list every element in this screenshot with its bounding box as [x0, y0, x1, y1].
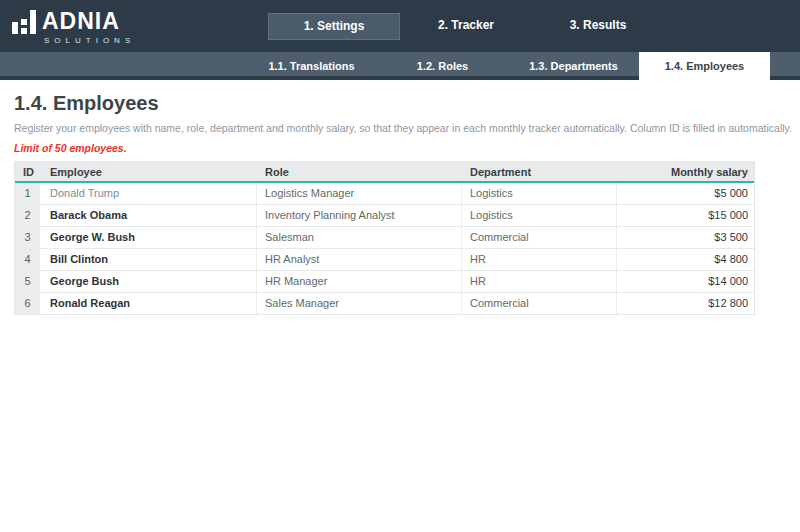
main-nav: 1. Settings2. Tracker3. Results: [268, 13, 664, 40]
employees-table: ID Employee Role Department Monthly sala…: [14, 161, 755, 315]
nav-item-2[interactable]: 2. Tracker: [400, 13, 532, 40]
cell-department[interactable]: Commercial: [461, 227, 616, 248]
cell-role[interactable]: Inventory Planning Analyst: [256, 205, 461, 226]
cell-salary[interactable]: $4 800: [616, 249, 754, 270]
cell-department[interactable]: HR: [461, 271, 616, 292]
table-row: 1Donald TrumpLogistics ManagerLogistics$…: [15, 183, 754, 205]
tab-2[interactable]: 1.2. Roles: [377, 52, 508, 80]
cell-id: 5: [15, 271, 42, 292]
cell-salary[interactable]: $15 000: [616, 205, 754, 226]
table-row: 4Bill ClintonHR AnalystHR$4 800: [15, 249, 754, 271]
cell-salary[interactable]: $5 000: [616, 183, 754, 204]
cell-department[interactable]: Commercial: [461, 293, 616, 314]
table-row: 3George W. BushSalesmanCommercial$3 500: [15, 227, 754, 249]
tab-3[interactable]: 1.3. Departments: [508, 52, 639, 80]
page-content: 1.4. Employees Register your employees w…: [0, 80, 800, 528]
brand-tagline: SOLUTIONS: [44, 36, 135, 45]
cell-id: 1: [15, 183, 42, 204]
column-header-employee: Employee: [42, 162, 256, 181]
table-row: 5George BushHR ManagerHR$14 000: [15, 271, 754, 293]
bar-chart-icon: [12, 10, 36, 34]
cell-id: 2: [15, 205, 42, 226]
table-body: 1Donald TrumpLogistics ManagerLogistics$…: [15, 183, 754, 315]
cell-id: 4: [15, 249, 42, 270]
cell-employee[interactable]: George W. Bush: [42, 227, 256, 248]
cell-employee[interactable]: Ronald Reagan: [42, 293, 256, 314]
tab-4[interactable]: 1.4. Employees: [639, 52, 770, 84]
column-header-id: ID: [15, 162, 42, 181]
cell-salary[interactable]: $12 800: [616, 293, 754, 314]
app-header: ADNIA SOLUTIONS 1. Settings2. Tracker3. …: [0, 0, 800, 52]
tab-1[interactable]: 1.1. Translations: [246, 52, 377, 80]
brand-name: ADNIA: [42, 9, 135, 33]
cell-employee[interactable]: Bill Clinton: [42, 249, 256, 270]
page-title: 1.4. Employees: [14, 92, 159, 115]
table-header-row: ID Employee Role Department Monthly sala…: [15, 162, 754, 183]
cell-id: 3: [15, 227, 42, 248]
cell-role[interactable]: Sales Manager: [256, 293, 461, 314]
cell-department[interactable]: HR: [461, 249, 616, 270]
sub-nav: 1.1. Translations1.2. Roles1.3. Departme…: [0, 52, 800, 80]
cell-department[interactable]: Logistics: [461, 205, 616, 226]
table-row: 6Ronald ReaganSales ManagerCommercial$12…: [15, 293, 754, 315]
cell-role[interactable]: HR Manager: [256, 271, 461, 292]
cell-role[interactable]: Salesman: [256, 227, 461, 248]
cell-salary[interactable]: $14 000: [616, 271, 754, 292]
nav-item-3[interactable]: 3. Results: [532, 13, 664, 40]
cell-employee[interactable]: Barack Obama: [42, 205, 256, 226]
nav-item-1[interactable]: 1. Settings: [268, 13, 400, 40]
cell-role[interactable]: Logistics Manager: [256, 183, 461, 204]
column-header-salary: Monthly salary: [616, 162, 754, 181]
column-header-role: Role: [256, 162, 461, 181]
page-description: Register your employees with name, role,…: [14, 122, 792, 134]
cell-employee[interactable]: George Bush: [42, 271, 256, 292]
cell-salary[interactable]: $3 500: [616, 227, 754, 248]
limit-note: Limit of 50 employees.: [14, 142, 127, 154]
cell-id: 6: [15, 293, 42, 314]
cell-role[interactable]: HR Analyst: [256, 249, 461, 270]
cell-employee[interactable]: Donald Trump: [42, 183, 256, 204]
adnia-logo: ADNIA SOLUTIONS: [12, 9, 135, 45]
cell-department[interactable]: Logistics: [461, 183, 616, 204]
table-row: 2Barack ObamaInventory Planning AnalystL…: [15, 205, 754, 227]
column-header-department: Department: [461, 162, 616, 181]
